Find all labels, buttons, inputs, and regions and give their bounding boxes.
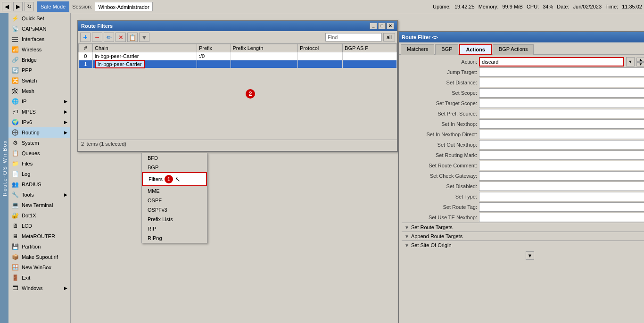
set-type-row: Set Type: ▼: [402, 191, 644, 202]
tab-bgp-actions[interactable]: BGP Actions: [493, 44, 534, 55]
sidebar-item-routing[interactable]: Routing ▶: [8, 127, 70, 138]
sidebar-item-ipv6[interactable]: 🌍 IPv6 ▶: [8, 117, 70, 127]
route-filters-table-container: # Chain Prefix Prefix Length Protocol BG…: [78, 44, 397, 140]
set-routing-mark-row: Set Routing Mark: ▼: [402, 150, 644, 160]
sidebar-item-capsman[interactable]: 📡 CAPsMAN: [8, 24, 70, 34]
sidebar-item-switch[interactable]: 🔀 Switch: [8, 75, 70, 86]
sidebar-item-mesh[interactable]: 🕸 Mesh: [8, 86, 70, 96]
col-chain[interactable]: Chain: [93, 44, 197, 52]
find-input[interactable]: [325, 33, 382, 41]
maximize-button[interactable]: □: [378, 23, 386, 29]
copy-button[interactable]: ✕: [116, 33, 126, 42]
paste-button[interactable]: 📋: [127, 33, 138, 42]
set-in-nexthop-input[interactable]: [479, 119, 644, 129]
sidebar-item-exit[interactable]: 🚪 Exit: [8, 273, 70, 283]
sidebar-item-files[interactable]: 📁 Files: [8, 158, 70, 169]
close-button[interactable]: ✕: [387, 23, 394, 29]
action-up-btn[interactable]: ▲: [636, 58, 644, 62]
set-in-nexthop-direct-input[interactable]: [479, 130, 644, 139]
action-input[interactable]: [479, 57, 624, 66]
sidebar-item-make-supout[interactable]: 📦 Make Supout.rif: [8, 252, 70, 262]
set-pref-source-input[interactable]: [479, 109, 644, 118]
tab-matchers[interactable]: Matchers: [401, 44, 434, 55]
submenu-ospf[interactable]: OSPF: [142, 196, 207, 205]
submenu-prefix-lists[interactable]: Prefix Lists: [142, 215, 207, 224]
set-out-nexthop-input[interactable]: [479, 140, 644, 149]
refresh-icon[interactable]: ↻: [25, 2, 34, 11]
sidebar-item-tools[interactable]: 🔧 Tools ▶: [8, 190, 70, 200]
jump-target-input[interactable]: [479, 67, 644, 77]
append-route-targets-header[interactable]: ▼ Append Route Targets: [402, 232, 644, 240]
sidebar-item-quick-set[interactable]: ⚡ Quick Set: [8, 13, 70, 24]
sidebar-item-bridge[interactable]: 🔗 Bridge: [8, 55, 70, 65]
set-route-comment-label: Set Route Comment:: [402, 163, 477, 168]
set-in-nexthop-direct-label: Set In Nexthop Direct:: [402, 132, 477, 137]
sidebar-item-lcd[interactable]: 🖥 LCD: [8, 221, 70, 231]
add-button[interactable]: +: [80, 33, 91, 42]
scroll-down-btn[interactable]: ▼: [526, 251, 534, 260]
sidebar-item-partition[interactable]: 💾 Partition: [8, 241, 70, 252]
mpls-arrow: ▶: [64, 109, 67, 114]
remove-button[interactable]: −: [92, 33, 102, 42]
sidebar-item-wireless[interactable]: 📶 Wireless: [8, 44, 70, 55]
sidebar-item-system[interactable]: ⚙ System: [8, 138, 70, 148]
find-all-button[interactable]: all: [383, 33, 395, 41]
sidebar-item-queues[interactable]: 📋 Queues: [8, 148, 70, 158]
sidebar-item-ppp[interactable]: 🔄 PPP: [8, 65, 70, 75]
sidebar-item-interfaces[interactable]: Interfaces: [8, 34, 70, 44]
col-bgp-as-p[interactable]: BGP AS P: [343, 44, 397, 52]
sidebar-item-radius[interactable]: 👥 RADIUS: [8, 179, 70, 190]
sidebar-item-new-winbox[interactable]: 🪟 New WinBox: [8, 262, 70, 273]
sidebar-item-new-terminal[interactable]: 💻 New Terminal: [8, 200, 70, 210]
table-row[interactable]: 0 in-bgp-peer-Carrier :/0: [79, 52, 397, 60]
col-protocol[interactable]: Protocol: [297, 44, 342, 52]
sidebar-item-mpls[interactable]: 🏷 MPLS ▶: [8, 107, 70, 117]
sidebar-item-dot1x[interactable]: 🔐 Dot1X: [8, 210, 70, 221]
submenu-filters[interactable]: Filters 1 ↖: [142, 172, 207, 186]
col-prefix[interactable]: Prefix: [197, 44, 231, 52]
table-row-selected[interactable]: 1 in-bgp-peer-Carrier: [79, 60, 397, 68]
set-target-scope-label: Set Target Scope:: [402, 100, 477, 106]
sidebar-partition-label: Partition: [22, 244, 41, 249]
sidebar-item-ip[interactable]: 🌐 IP ▶: [8, 96, 70, 107]
set-pref-source-label: Set Pref. Source:: [402, 111, 477, 116]
sidebar-item-metarouter[interactable]: 🖥 MetaROUTER: [8, 231, 70, 241]
set-type-input[interactable]: [479, 192, 644, 201]
row-prefix-length: [231, 60, 297, 68]
set-disabled-input[interactable]: [479, 182, 644, 191]
safe-mode-button[interactable]: Safe Mode: [37, 1, 69, 12]
sidebar-switch-label: Switch: [22, 78, 37, 83]
set-route-tag-input[interactable]: [479, 202, 644, 212]
forward-icon[interactable]: ▶: [13, 2, 23, 11]
set-scope-input[interactable]: [479, 88, 644, 98]
submenu-rip[interactable]: RIP: [142, 224, 207, 233]
set-route-targets-header[interactable]: ▼ Set Route Targets: [402, 223, 644, 232]
action-dropdown[interactable]: ▼: [626, 57, 635, 66]
edit-button[interactable]: ✏: [104, 33, 114, 42]
tab-actions[interactable]: Actions: [459, 44, 491, 55]
set-route-comment-input[interactable]: [479, 161, 644, 170]
set-use-te-nexthop-input[interactable]: [479, 213, 644, 222]
submenu-ripng[interactable]: RIPng: [142, 233, 207, 243]
uptime-value: 19:42:25: [454, 4, 475, 9]
tab-bgp[interactable]: BGP: [435, 44, 458, 55]
set-routing-mark-input[interactable]: [479, 150, 644, 160]
sidebar-item-log[interactable]: 📄 Log: [8, 169, 70, 179]
set-check-gateway-input[interactable]: [479, 171, 644, 181]
set-site-of-origin-header[interactable]: ▼ Set Site Of Origin: [402, 240, 644, 249]
action-down-btn[interactable]: ▼: [636, 62, 644, 66]
filters-label: Filters: [149, 176, 163, 182]
col-num[interactable]: #: [79, 44, 93, 52]
submenu-bfd[interactable]: BFD: [142, 153, 207, 163]
col-prefix-length[interactable]: Prefix Length: [231, 44, 297, 52]
submenu-bgp[interactable]: BGP: [142, 163, 207, 172]
sidebar-item-windows[interactable]: 🗔 Windows ▶: [8, 283, 70, 293]
minimize-button[interactable]: _: [370, 23, 377, 29]
submenu-mme[interactable]: MME: [142, 186, 207, 196]
routing-submenu: BFD BGP Filters 1 ↖ MME OSPF OSPFv3 Pref…: [141, 153, 207, 243]
back-icon[interactable]: ◀: [2, 2, 11, 11]
set-target-scope-input[interactable]: [479, 99, 644, 108]
submenu-ospfv3[interactable]: OSPFv3: [142, 205, 207, 215]
set-distance-input[interactable]: [479, 78, 644, 87]
filter-button[interactable]: ▼: [139, 33, 149, 42]
